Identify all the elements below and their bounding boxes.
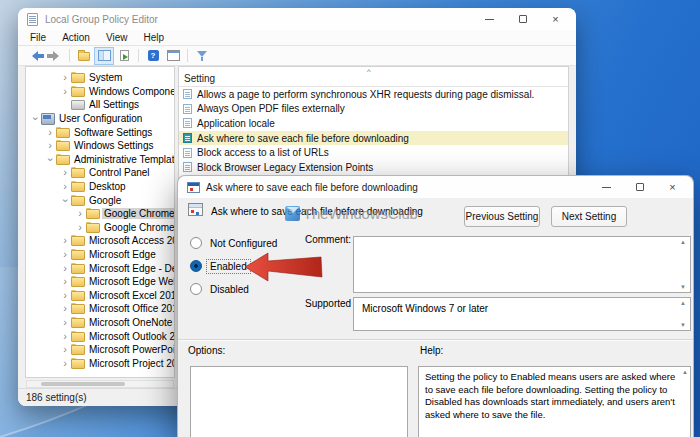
tree-item[interactable]: User Configuration bbox=[26, 112, 174, 126]
chevron-icon[interactable] bbox=[74, 208, 86, 219]
tree-node-icon bbox=[71, 263, 84, 274]
setting-row[interactable]: Always Open PDF files externally bbox=[179, 102, 568, 117]
console-tree: System Windows Componen All Settings bbox=[25, 66, 175, 378]
properties-window-icon[interactable] bbox=[164, 48, 182, 64]
dialog-maximize-button[interactable] bbox=[623, 176, 656, 198]
tree-item[interactable]: Google Chrome bbox=[26, 221, 174, 235]
show-console-tree-icon[interactable] bbox=[95, 48, 113, 64]
chevron-icon[interactable] bbox=[59, 86, 71, 97]
setting-row[interactable]: Block access to a list of URLs bbox=[179, 145, 568, 160]
tree-item[interactable]: Software Settings bbox=[26, 125, 174, 139]
tree-item-label: Google Chrome bbox=[102, 208, 175, 219]
tree-item[interactable]: Microsoft Edge - De bbox=[26, 261, 174, 275]
back-arrow-icon[interactable] bbox=[26, 48, 44, 64]
chevron-icon[interactable] bbox=[59, 167, 71, 178]
help-icon[interactable]: ? bbox=[144, 48, 162, 64]
tree-item[interactable]: Microsoft Project 20 bbox=[26, 356, 174, 370]
close-button[interactable]: × bbox=[539, 8, 572, 30]
export-list-icon[interactable] bbox=[115, 48, 133, 64]
radio-icon[interactable] bbox=[190, 237, 202, 249]
tree-item[interactable]: Administrative Template bbox=[26, 153, 174, 167]
chevron-icon[interactable] bbox=[74, 222, 86, 233]
setting-doc-icon bbox=[183, 162, 192, 172]
supported-scroll-down-icon[interactable]: ▼ bbox=[680, 322, 686, 328]
tree-item[interactable]: Google bbox=[26, 193, 174, 207]
tree-item[interactable]: Windows Componen bbox=[26, 85, 174, 99]
chevron-icon[interactable] bbox=[59, 181, 71, 192]
setting-doc-icon bbox=[183, 89, 192, 99]
tree-item-label: Desktop bbox=[87, 181, 128, 192]
maximize-button[interactable] bbox=[506, 8, 539, 30]
comment-scroll-up-icon[interactable]: ▲ bbox=[680, 239, 686, 245]
chevron-icon[interactable] bbox=[59, 276, 71, 287]
tree-item[interactable]: Microsoft Edge bbox=[26, 248, 174, 262]
radio-option[interactable]: Disabled bbox=[190, 282, 280, 296]
menu-item[interactable]: Help bbox=[135, 31, 172, 44]
chevron-icon[interactable] bbox=[45, 153, 56, 165]
chevron-icon[interactable] bbox=[59, 249, 71, 260]
menu-item[interactable]: File bbox=[22, 31, 54, 44]
menu-item[interactable]: Action bbox=[54, 31, 98, 44]
tree-item[interactable]: All Settings bbox=[26, 98, 174, 112]
previous-setting-button[interactable]: Previous Setting bbox=[464, 206, 540, 227]
tree-item[interactable]: Microsoft Office 201 bbox=[26, 302, 174, 316]
tree-item-label: Administrative Template bbox=[72, 154, 175, 165]
tree-item[interactable]: Microsoft PowerPoi bbox=[26, 343, 174, 357]
filter-icon[interactable] bbox=[193, 48, 211, 64]
chevron-icon[interactable] bbox=[59, 235, 71, 246]
chevron-icon[interactable] bbox=[59, 263, 71, 274]
chevron-icon[interactable] bbox=[30, 113, 41, 125]
tree-item[interactable]: Microsoft OneNote bbox=[26, 316, 174, 330]
tree-node-icon bbox=[71, 235, 84, 246]
tree-item[interactable]: Microsoft Excel 2016 bbox=[26, 289, 174, 303]
comment-input[interactable] bbox=[353, 236, 691, 293]
dialog-minimize-button[interactable] bbox=[590, 176, 623, 198]
chevron-icon[interactable] bbox=[59, 331, 71, 342]
setting-row[interactable]: Allows a page to perform synchronous XHR… bbox=[179, 87, 568, 102]
tree-item[interactable]: Control Panel bbox=[26, 166, 174, 180]
tree-item[interactable]: Google Chrome bbox=[26, 207, 174, 221]
setting-row-label: Always Open PDF files externally bbox=[197, 103, 345, 114]
comment-label: Comment: bbox=[305, 234, 351, 245]
next-setting-button[interactable]: Next Setting bbox=[551, 206, 627, 227]
chevron-icon[interactable] bbox=[44, 140, 56, 151]
tree-item[interactable]: Desktop bbox=[26, 180, 174, 194]
forward-arrow-icon[interactable] bbox=[46, 48, 64, 64]
setting-row-label: Allows a page to perform synchronous XHR… bbox=[197, 89, 534, 100]
chevron-icon[interactable] bbox=[59, 358, 71, 369]
comment-scroll-down-icon[interactable]: ▼ bbox=[680, 284, 686, 290]
tree-node-icon bbox=[71, 195, 84, 206]
tree-item[interactable]: Microsoft Edge Web bbox=[26, 275, 174, 289]
chevron-icon[interactable] bbox=[59, 303, 71, 314]
chevron-icon[interactable] bbox=[59, 317, 71, 328]
tree-item[interactable]: System bbox=[26, 71, 174, 85]
chevron-icon[interactable] bbox=[59, 72, 71, 83]
chevron-icon[interactable] bbox=[44, 127, 56, 138]
tree-horizontal-scrollbar[interactable] bbox=[26, 380, 174, 388]
tree-item[interactable]: Microsoft Access 20 bbox=[26, 234, 174, 248]
radio-icon[interactable] bbox=[190, 260, 202, 272]
tree-node-icon bbox=[71, 99, 84, 110]
setting-row[interactable]: Ask where to save each file before downl… bbox=[179, 131, 568, 146]
menu-item[interactable]: View bbox=[98, 31, 136, 44]
chevron-icon[interactable] bbox=[59, 344, 71, 355]
chevron-icon[interactable] bbox=[60, 194, 71, 206]
radio-option[interactable]: Not Configured bbox=[190, 236, 280, 250]
tree-item[interactable]: Microsoft Outlook 2 bbox=[26, 329, 174, 343]
scrollbar-thumb[interactable] bbox=[41, 382, 125, 386]
radio-icon[interactable] bbox=[190, 283, 202, 295]
setting-row[interactable]: Application locale bbox=[179, 116, 568, 131]
minimize-button[interactable] bbox=[473, 8, 506, 30]
tree-node-icon bbox=[71, 276, 84, 287]
dialog-close-button[interactable]: × bbox=[656, 176, 689, 198]
supported-scroll-up-icon[interactable]: ▲ bbox=[680, 300, 686, 306]
setting-row[interactable]: Block Browser Legacy Extension Points bbox=[179, 160, 568, 175]
up-folder-icon[interactable] bbox=[75, 48, 93, 64]
chevron-icon[interactable] bbox=[59, 290, 71, 301]
tree-node-icon bbox=[71, 249, 84, 260]
tree-item[interactable]: Windows Settings bbox=[26, 139, 174, 153]
help-scroll-up-icon[interactable]: ▲ bbox=[682, 369, 688, 375]
toolbar-separator bbox=[69, 49, 70, 62]
settings-column-header[interactable]: Setting ^ bbox=[179, 67, 568, 87]
tree-item-label: Software Settings bbox=[72, 127, 154, 138]
